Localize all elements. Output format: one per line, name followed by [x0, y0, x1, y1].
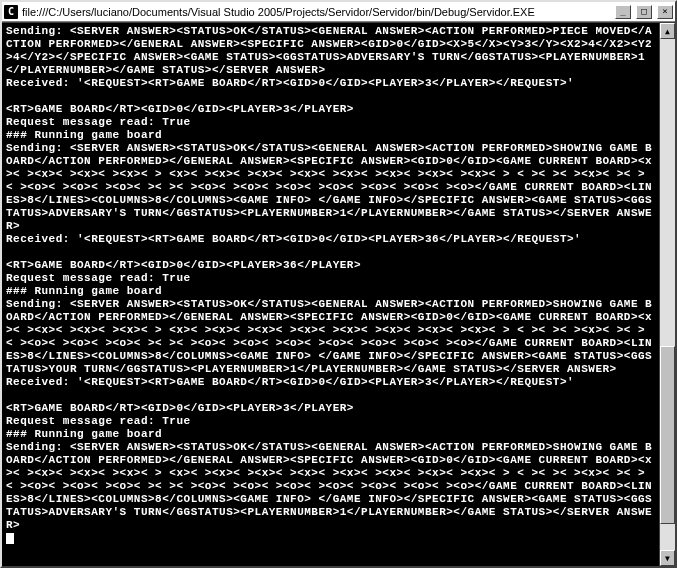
scroll-up-button[interactable]: ▲ — [660, 23, 675, 39]
title-bar: C file:///C:/Users/luciano/Documents/Vis… — [2, 2, 675, 22]
close-button[interactable]: × — [657, 5, 673, 19]
title-path: file:///C:/Users/luciano/Documents/Visua… — [22, 6, 610, 18]
scroll-track[interactable] — [660, 39, 675, 550]
maximize-button[interactable]: □ — [636, 5, 652, 19]
window-frame: C file:///C:/Users/luciano/Documents/Vis… — [0, 0, 677, 568]
console-area: Sending: <SERVER ANSWER><STATUS>OK</STAT… — [2, 22, 675, 566]
vertical-scrollbar[interactable]: ▲ ▼ — [659, 23, 675, 566]
scroll-thumb[interactable] — [660, 346, 675, 525]
scroll-down-button[interactable]: ▼ — [660, 550, 675, 566]
app-icon: C — [4, 5, 18, 19]
minimize-button[interactable]: _ — [615, 5, 631, 19]
cursor — [6, 533, 14, 544]
console-output: Sending: <SERVER ANSWER><STATUS>OK</STAT… — [2, 23, 659, 566]
